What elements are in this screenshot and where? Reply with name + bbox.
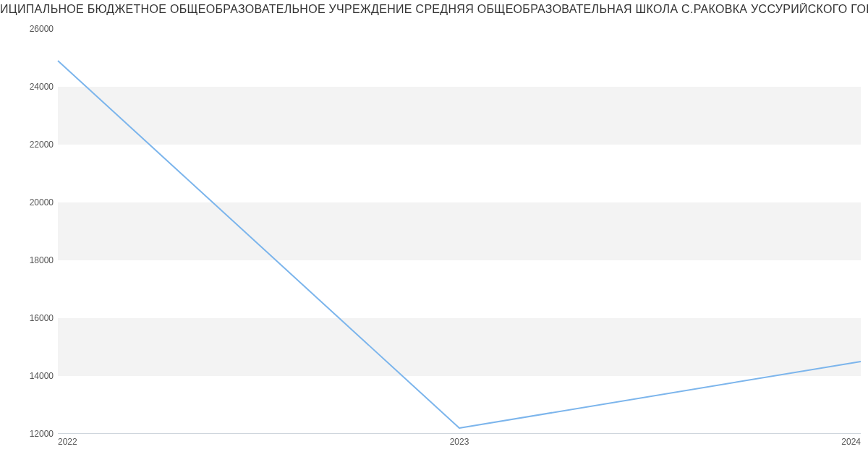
chart-title: ИЦИПАЛЬНОЕ БЮДЖЕТНОЕ ОБЩЕОБРАЗОВАТЕЛЬНОЕ… [0, 3, 868, 16]
plot-area [58, 29, 861, 434]
y-tick-label: 18000 [30, 255, 54, 265]
y-tick-label: 20000 [30, 197, 54, 208]
y-tick-label: 14000 [30, 371, 54, 381]
y-axis: 1200014000160001800020000220002400026000 [0, 29, 58, 434]
line-series [58, 29, 861, 434]
x-tick-label: 2023 [450, 437, 469, 447]
x-axis: 202220232024 [58, 434, 861, 448]
y-tick-label: 26000 [30, 24, 54, 34]
y-tick-label: 16000 [30, 313, 54, 323]
x-tick-label: 2024 [841, 437, 861, 447]
x-tick-label: 2022 [58, 437, 77, 447]
y-tick-label: 12000 [30, 429, 54, 439]
y-tick-label: 24000 [30, 82, 54, 92]
y-tick-label: 22000 [30, 140, 54, 150]
